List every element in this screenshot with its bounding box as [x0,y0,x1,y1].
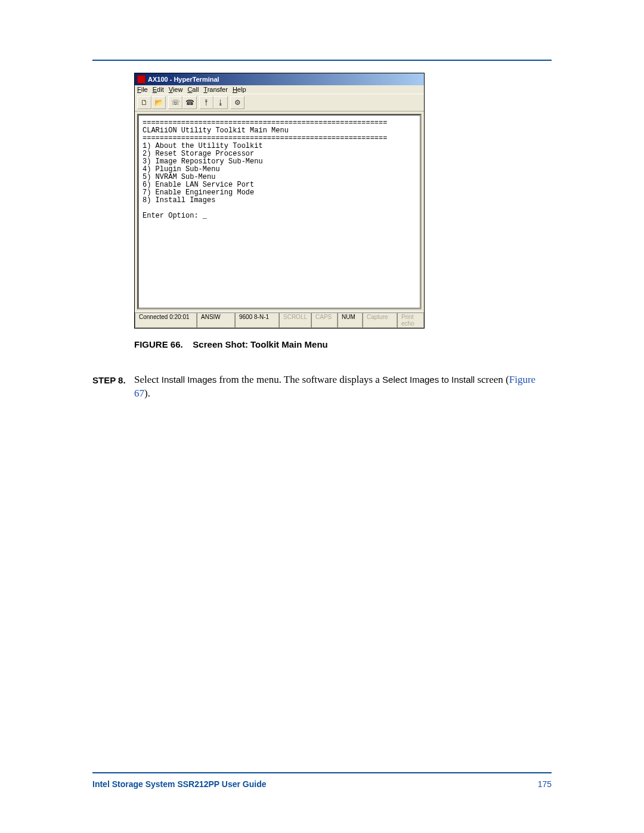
footer-rule [92,772,552,773]
hyperterminal-window: AX100 - HyperTerminal File Edit View Cal… [134,73,425,329]
figure-title: Screen Shot: Toolkit Main Menu [193,339,327,349]
new-doc-icon[interactable]: 🗋 [137,96,151,109]
menu-edit[interactable]: Edit [153,86,164,93]
open-folder-icon[interactable]: 📂 [151,96,166,109]
status-capture: Capture [363,312,397,328]
receive-icon[interactable]: ⭳ [213,96,228,109]
phone-hangup-icon[interactable]: ☎ [182,96,197,109]
figure-label: FIGURE 66. [134,339,183,349]
page-number: 175 [538,779,552,789]
status-caps: CAPS [311,312,338,328]
status-emulation: ANSIW [197,312,235,328]
menu-call[interactable]: Call [187,86,199,93]
phone-icon[interactable]: ☏ [168,96,182,109]
header-rule [92,60,552,61]
menu-file[interactable]: File [137,86,148,93]
menu-transfer[interactable]: Transfer [203,86,228,93]
properties-icon[interactable]: ⚙ [230,96,244,109]
toolbar: 🗋 📂 ☏ ☎ ⭱ ⭳ ⚙ [135,94,424,112]
step-text-post2: ). [144,388,150,399]
window-title: AX100 - HyperTerminal [148,76,219,83]
step-label: STEP 8. [92,373,134,401]
figure-caption: FIGURE 66. Screen Shot: Toolkit Main Men… [134,339,552,349]
terminal-output[interactable]: ========================================… [138,115,420,308]
menubar: File Edit View Call Transfer Help [135,85,424,94]
status-connected: Connected 0:20:01 [135,312,197,328]
statusbar: Connected 0:20:01 ANSIW 9600 8-N-1 SCROL… [135,312,424,328]
status-printecho: Print echo [397,312,424,328]
step-text-pre: Select [134,374,162,385]
step-text-post1: screen ( [475,374,509,385]
app-icon [137,75,145,83]
titlebar[interactable]: AX100 - HyperTerminal [135,73,424,85]
send-icon[interactable]: ⭱ [199,96,213,109]
term-select-images: Select Images to Install [382,374,475,385]
page-footer: Intel Storage System SSR212PP User Guide… [92,772,552,789]
terminal-frame: ========================================… [137,114,422,309]
document-page: AX100 - HyperTerminal File Edit View Cal… [92,60,552,401]
status-port: 9600 8-N-1 [235,312,279,328]
step-text-mid: from the menu. The software displays a [216,374,382,385]
status-scroll: SCROLL [279,312,311,328]
footer-title: Intel Storage System SSR212PP User Guide [92,779,267,789]
status-num: NUM [338,312,363,328]
menu-help[interactable]: Help [233,86,246,93]
step-text: Select Install Images from the menu. The… [134,373,552,401]
term-install-images: Install Images [162,374,217,385]
menu-view[interactable]: View [169,86,183,93]
step-8: STEP 8. Select Install Images from the m… [92,373,552,401]
